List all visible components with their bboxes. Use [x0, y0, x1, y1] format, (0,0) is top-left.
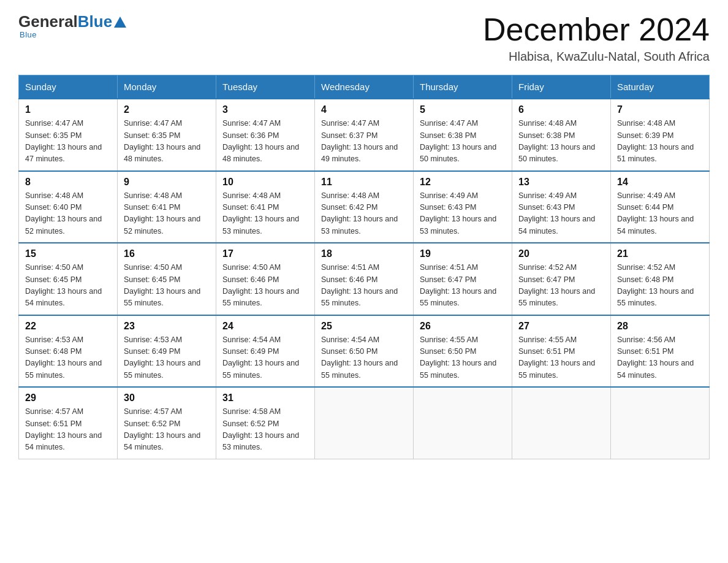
calendar-cell: 23Sunrise: 4:53 AMSunset: 6:49 PMDayligh… — [118, 315, 216, 388]
logo-blue-text: Blue — [78, 12, 126, 31]
logo: General Blue Blue — [18, 12, 126, 39]
day-info: Sunrise: 4:53 AMSunset: 6:48 PMDaylight:… — [25, 334, 111, 382]
calendar-cell: 12Sunrise: 4:49 AMSunset: 6:43 PMDayligh… — [414, 171, 512, 243]
calendar-cell: 9Sunrise: 4:48 AMSunset: 6:41 PMDaylight… — [118, 171, 216, 243]
calendar-cell: 18Sunrise: 4:51 AMSunset: 6:46 PMDayligh… — [315, 243, 414, 315]
day-number: 31 — [222, 393, 308, 404]
calendar-cell — [414, 387, 512, 459]
calendar-cell: 16Sunrise: 4:50 AMSunset: 6:45 PMDayligh… — [118, 243, 216, 315]
calendar-cell: 11Sunrise: 4:48 AMSunset: 6:42 PMDayligh… — [315, 171, 414, 243]
day-number: 30 — [124, 393, 210, 404]
calendar-cell: 13Sunrise: 4:49 AMSunset: 6:43 PMDayligh… — [512, 171, 611, 243]
day-info: Sunrise: 4:47 AMSunset: 6:37 PMDaylight:… — [321, 118, 407, 166]
day-info: Sunrise: 4:54 AMSunset: 6:49 PMDaylight:… — [222, 334, 308, 382]
calendar-cell: 25Sunrise: 4:54 AMSunset: 6:50 PMDayligh… — [315, 315, 414, 388]
day-number: 16 — [124, 248, 210, 259]
day-number: 17 — [222, 248, 308, 259]
calendar-cell: 28Sunrise: 4:56 AMSunset: 6:51 PMDayligh… — [611, 315, 710, 388]
title-block: December 2024 Hlabisa, KwaZulu-Natal, So… — [483, 12, 710, 64]
day-number: 25 — [321, 321, 407, 332]
day-info: Sunrise: 4:56 AMSunset: 6:51 PMDaylight:… — [617, 334, 703, 382]
calendar-cell: 4Sunrise: 4:47 AMSunset: 6:37 PMDaylight… — [315, 99, 414, 171]
day-number: 9 — [124, 177, 210, 188]
day-number: 5 — [420, 104, 506, 115]
logo-triangle-icon — [114, 17, 126, 28]
calendar-cell: 22Sunrise: 4:53 AMSunset: 6:48 PMDayligh… — [19, 315, 118, 388]
day-number: 23 — [124, 321, 210, 332]
day-number: 18 — [321, 248, 407, 259]
day-number: 20 — [518, 248, 604, 259]
day-number: 15 — [25, 248, 111, 259]
day-info: Sunrise: 4:48 AMSunset: 6:39 PMDaylight:… — [617, 118, 703, 166]
calendar-header-friday: Friday — [512, 75, 611, 99]
day-number: 14 — [617, 177, 703, 188]
day-info: Sunrise: 4:48 AMSunset: 6:41 PMDaylight:… — [124, 190, 210, 238]
calendar-header-monday: Monday — [118, 75, 216, 99]
day-info: Sunrise: 4:55 AMSunset: 6:51 PMDaylight:… — [518, 334, 604, 382]
day-number: 12 — [420, 177, 506, 188]
calendar-week-row: 15Sunrise: 4:50 AMSunset: 6:45 PMDayligh… — [19, 243, 710, 315]
calendar-cell: 8Sunrise: 4:48 AMSunset: 6:40 PMDaylight… — [19, 171, 118, 243]
calendar-cell: 24Sunrise: 4:54 AMSunset: 6:49 PMDayligh… — [216, 315, 315, 388]
calendar-header-row: SundayMondayTuesdayWednesdayThursdayFrid… — [19, 75, 710, 99]
calendar-cell: 7Sunrise: 4:48 AMSunset: 6:39 PMDaylight… — [611, 99, 710, 171]
calendar-week-row: 29Sunrise: 4:57 AMSunset: 6:51 PMDayligh… — [19, 387, 710, 459]
day-number: 29 — [25, 393, 111, 404]
calendar-table: SundayMondayTuesdayWednesdayThursdayFrid… — [18, 75, 710, 459]
calendar-cell: 3Sunrise: 4:47 AMSunset: 6:36 PMDaylight… — [216, 99, 315, 171]
day-info: Sunrise: 4:53 AMSunset: 6:49 PMDaylight:… — [124, 334, 210, 382]
day-number: 13 — [518, 177, 604, 188]
day-number: 21 — [617, 248, 703, 259]
calendar-cell: 19Sunrise: 4:51 AMSunset: 6:47 PMDayligh… — [414, 243, 512, 315]
calendar-cell: 1Sunrise: 4:47 AMSunset: 6:35 PMDaylight… — [19, 99, 118, 171]
day-number: 8 — [25, 177, 111, 188]
day-info: Sunrise: 4:58 AMSunset: 6:52 PMDaylight:… — [222, 406, 308, 454]
calendar-cell: 27Sunrise: 4:55 AMSunset: 6:51 PMDayligh… — [512, 315, 611, 388]
day-number: 27 — [518, 321, 604, 332]
day-number: 1 — [25, 104, 111, 115]
calendar-cell: 2Sunrise: 4:47 AMSunset: 6:35 PMDaylight… — [118, 99, 216, 171]
day-number: 2 — [124, 104, 210, 115]
day-info: Sunrise: 4:55 AMSunset: 6:50 PMDaylight:… — [420, 334, 506, 382]
day-info: Sunrise: 4:47 AMSunset: 6:36 PMDaylight:… — [222, 118, 308, 166]
day-info: Sunrise: 4:49 AMSunset: 6:44 PMDaylight:… — [617, 190, 703, 238]
calendar-cell — [611, 387, 710, 459]
month-title: December 2024 — [483, 12, 710, 47]
day-number: 24 — [222, 321, 308, 332]
calendar-header-sunday: Sunday — [19, 75, 118, 99]
day-info: Sunrise: 4:50 AMSunset: 6:45 PMDaylight:… — [124, 262, 210, 310]
day-info: Sunrise: 4:54 AMSunset: 6:50 PMDaylight:… — [321, 334, 407, 382]
day-info: Sunrise: 4:51 AMSunset: 6:46 PMDaylight:… — [321, 262, 407, 310]
day-info: Sunrise: 4:47 AMSunset: 6:35 PMDaylight:… — [124, 118, 210, 166]
location-title: Hlabisa, KwaZulu-Natal, South Africa — [483, 50, 710, 64]
calendar-cell: 15Sunrise: 4:50 AMSunset: 6:45 PMDayligh… — [19, 243, 118, 315]
day-info: Sunrise: 4:50 AMSunset: 6:46 PMDaylight:… — [222, 262, 308, 310]
day-info: Sunrise: 4:48 AMSunset: 6:38 PMDaylight:… — [518, 118, 604, 166]
day-info: Sunrise: 4:48 AMSunset: 6:41 PMDaylight:… — [222, 190, 308, 238]
day-number: 26 — [420, 321, 506, 332]
day-info: Sunrise: 4:50 AMSunset: 6:45 PMDaylight:… — [25, 262, 111, 310]
calendar-cell: 30Sunrise: 4:57 AMSunset: 6:52 PMDayligh… — [118, 387, 216, 459]
calendar-header-saturday: Saturday — [611, 75, 710, 99]
calendar-cell: 20Sunrise: 4:52 AMSunset: 6:47 PMDayligh… — [512, 243, 611, 315]
day-number: 7 — [617, 104, 703, 115]
day-info: Sunrise: 4:52 AMSunset: 6:47 PMDaylight:… — [518, 262, 604, 310]
calendar-cell — [512, 387, 611, 459]
calendar-cell: 10Sunrise: 4:48 AMSunset: 6:41 PMDayligh… — [216, 171, 315, 243]
day-info: Sunrise: 4:47 AMSunset: 6:35 PMDaylight:… — [25, 118, 111, 166]
calendar-cell: 29Sunrise: 4:57 AMSunset: 6:51 PMDayligh… — [19, 387, 118, 459]
logo-underline: Blue — [20, 30, 37, 39]
day-info: Sunrise: 4:52 AMSunset: 6:48 PMDaylight:… — [617, 262, 703, 310]
day-number: 10 — [222, 177, 308, 188]
calendar-cell: 14Sunrise: 4:49 AMSunset: 6:44 PMDayligh… — [611, 171, 710, 243]
calendar-header-tuesday: Tuesday — [216, 75, 315, 99]
day-number: 3 — [222, 104, 308, 115]
day-number: 28 — [617, 321, 703, 332]
day-info: Sunrise: 4:49 AMSunset: 6:43 PMDaylight:… — [420, 190, 506, 238]
page-header: General Blue Blue December 2024 Hlabisa,… — [18, 12, 710, 64]
day-info: Sunrise: 4:47 AMSunset: 6:38 PMDaylight:… — [420, 118, 506, 166]
calendar-cell: 21Sunrise: 4:52 AMSunset: 6:48 PMDayligh… — [611, 243, 710, 315]
day-info: Sunrise: 4:51 AMSunset: 6:47 PMDaylight:… — [420, 262, 506, 310]
calendar-cell: 31Sunrise: 4:58 AMSunset: 6:52 PMDayligh… — [216, 387, 315, 459]
day-number: 4 — [321, 104, 407, 115]
